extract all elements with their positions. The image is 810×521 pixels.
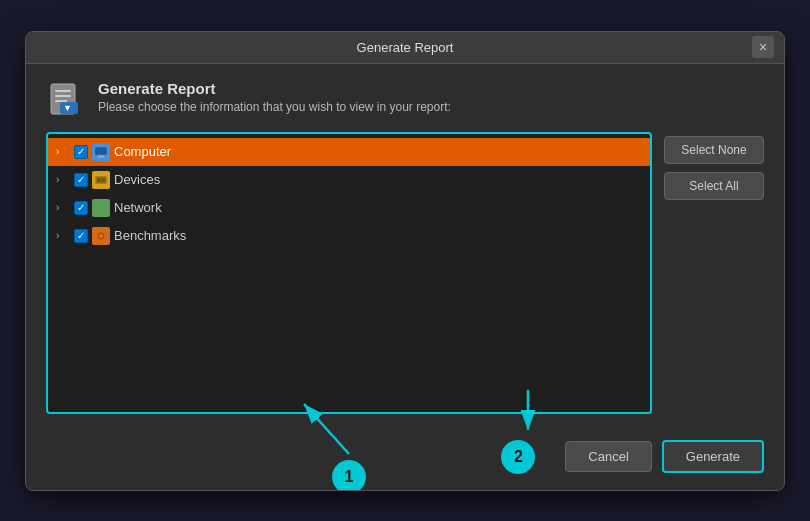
checkbox-computer[interactable] [74, 145, 88, 159]
expand-arrow-benchmarks: › [56, 230, 70, 241]
dialog-title: Generate Report [357, 40, 454, 55]
generate-button[interactable]: Generate [662, 440, 764, 473]
select-none-button[interactable]: Select None [664, 136, 764, 164]
header-title: Generate Report [98, 80, 451, 97]
tree-panel: › Computer › Devices [46, 132, 652, 414]
svg-rect-1 [55, 90, 71, 92]
svg-text:▼: ▼ [63, 103, 72, 113]
title-bar: Generate Report × [26, 32, 784, 64]
devices-icon [92, 171, 110, 189]
svg-rect-10 [97, 178, 105, 182]
expand-arrow-network: › [56, 202, 70, 213]
svg-rect-2 [55, 95, 71, 97]
svg-line-17 [304, 404, 349, 454]
svg-rect-3 [55, 100, 67, 102]
annotation-label-2: 2 [514, 448, 523, 466]
expand-arrow-devices: › [56, 174, 70, 185]
tree-item-benchmarks[interactable]: › Benchmarks [48, 222, 650, 250]
checkbox-benchmarks[interactable] [74, 229, 88, 243]
svg-rect-6 [95, 147, 107, 155]
annotation-label-1: 1 [345, 468, 354, 486]
svg-rect-7 [98, 155, 104, 157]
computer-icon [92, 143, 110, 161]
checkbox-devices[interactable] [74, 173, 88, 187]
checkbox-network[interactable] [74, 201, 88, 215]
tree-label-benchmarks: Benchmarks [114, 228, 642, 243]
cancel-button[interactable]: Cancel [565, 441, 651, 472]
close-button[interactable]: × [752, 36, 774, 58]
report-icon: ▼ [46, 80, 86, 120]
tree-item-devices[interactable]: › Devices [48, 166, 650, 194]
tree-label-devices: Devices [114, 172, 642, 187]
tree-label-computer: Computer [114, 144, 642, 159]
annotation-circle-2: 2 [501, 440, 535, 474]
dialog-body: › Computer › Devices [26, 132, 784, 430]
tree-item-computer[interactable]: › Computer [48, 138, 650, 166]
header-text: Generate Report Please choose the inform… [98, 80, 451, 114]
header-subtitle: Please choose the information that you w… [98, 100, 451, 114]
select-all-button[interactable]: Select All [664, 172, 764, 200]
benchmarks-icon [92, 227, 110, 245]
annotation-circle-1: 1 [332, 460, 366, 491]
side-buttons-panel: Select None Select All [664, 132, 764, 414]
dialog: Generate Report × ▼ Generate Report Plea… [25, 31, 785, 491]
dialog-header: ▼ Generate Report Please choose the info… [26, 64, 784, 132]
dialog-footer: 2 Cancel Generate [26, 430, 784, 490]
tree-item-network[interactable]: › Network [48, 194, 650, 222]
expand-arrow-computer: › [56, 146, 70, 157]
svg-point-15 [99, 234, 103, 238]
tree-label-network: Network [114, 200, 642, 215]
network-icon [92, 199, 110, 217]
svg-rect-8 [97, 157, 105, 158]
